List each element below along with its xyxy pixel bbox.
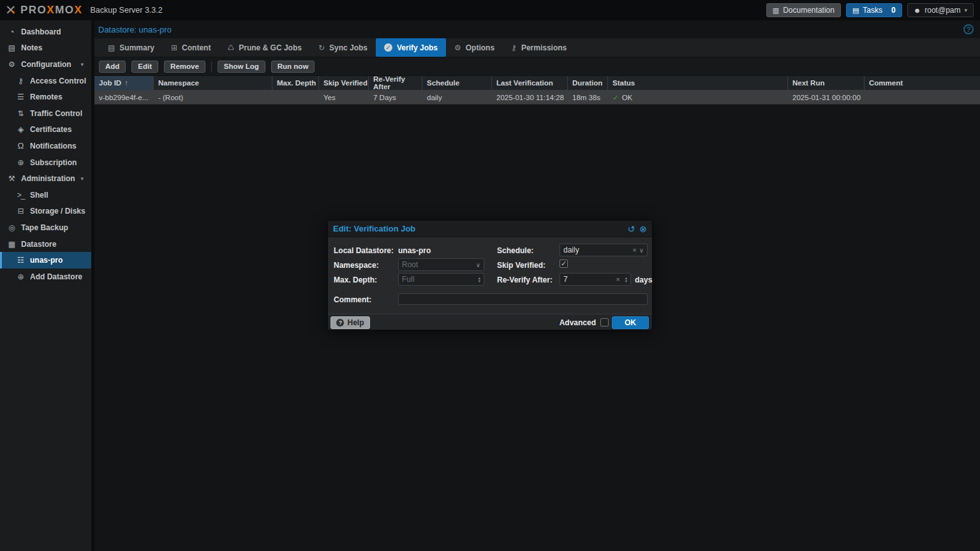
app-title: Backup Server 3.3.2 [90,6,162,15]
sidebar-item-unas-pro[interactable]: ☷unas-pro [0,252,91,268]
check-icon: ✓ [612,93,619,102]
sidebar-item-remotes[interactable]: ☰Remotes [0,89,91,105]
tasks-button[interactable]: ▤ Tasks 0 [846,3,902,17]
tab-options[interactable]: ⚙Options [446,38,503,57]
check-circle-icon: ✓ [384,43,392,52]
documentation-button[interactable]: ▥ Documentation [766,3,841,17]
comment-input[interactable] [398,293,648,305]
key-icon: ⚷ [15,77,26,85]
plus-circle-icon: ⊕ [15,272,26,281]
cell-max-depth [272,91,319,104]
column-header-duration[interactable]: Duration [568,76,608,90]
reset-icon[interactable]: ↺ [628,224,635,233]
cell-skip-verified: Yes [319,91,369,104]
schedule-combobox[interactable]: daily × ∨ [560,244,648,256]
cell-duration: 18m 38s [568,91,608,104]
tab-prune-gc-jobs[interactable]: ♺Prune & GC Jobs [219,38,309,57]
bell-icon: Ω [15,142,27,151]
sidebar-item-configuration[interactable]: ⚙Configuration▾ [0,56,91,73]
tab-sync-jobs[interactable]: ↻Sync Jobs [310,38,376,57]
tab-summary[interactable]: ▤Summary [100,38,163,57]
tab-verify-jobs[interactable]: ✓Verify Jobs [376,38,446,57]
sidebar-item-dashboard[interactable]: ◔Dashboard [0,24,91,40]
support-icon: ⊕ [15,158,26,167]
toolbar-separator [211,62,212,71]
chevron-down-icon[interactable]: ▾ [80,175,84,182]
chevron-down-icon: ▾ [964,7,967,13]
sidebar-item-notes[interactable]: ▤Notes [0,40,91,57]
sidebar-item-storage-disks[interactable]: ⊟Storage / Disks [0,203,91,220]
run-now-button[interactable]: Run now [271,61,315,73]
column-header-next-run[interactable]: Next Run [788,76,865,90]
column-header-schedule[interactable]: Schedule [422,76,492,90]
content-header: Datastore: unas-pro ? [94,20,980,38]
proxmox-logo-icon: ✕ ✕ [5,4,18,17]
help-icon[interactable]: ? [963,24,974,34]
clear-icon[interactable]: × [616,276,620,283]
sidebar-item-shell[interactable]: >_Shell [0,187,91,203]
column-header-reverify-after[interactable]: Re-Verify After [369,76,422,90]
traffic-chart-icon: ⇅ [15,109,26,118]
sidebar-item-traffic-control[interactable]: ⇅Traffic Control [0,105,91,122]
datastore-icon: ▦ [6,240,17,249]
max-depth-label: Max. Depth: [334,276,377,284]
column-header-max-depth[interactable]: Max. Depth [272,76,319,90]
tape-icon: ◎ [6,223,17,232]
tab-content[interactable]: ⊞Content [163,38,219,57]
user-menu-button[interactable]: ☻ root@pam ▾ [907,3,974,17]
notes-icon: ▤ [6,43,17,52]
namespace-combobox[interactable]: Root ∨ [398,258,484,271]
question-icon: ? [336,319,344,327]
tab-permissions[interactable]: ⚷Permissions [503,38,575,57]
edit-button[interactable]: Edit [131,61,158,73]
column-header-namespace[interactable]: Namespace [154,76,272,90]
schedule-label: Schedule: [497,246,533,255]
book-icon: ▤ [108,43,115,52]
sidebar-item-administration[interactable]: ⚒Administration▾ [0,170,91,187]
spinner-icons[interactable]: ▴▾ [479,276,480,283]
add-button[interactable]: Add [99,61,126,73]
table-row[interactable]: v-bb299e4f-e... - (Root) Yes 7 Days dail… [94,91,980,105]
sidebar-item-notifications[interactable]: ΩNotifications [0,138,91,154]
column-header-skip-verified[interactable]: Skip Verified [319,76,369,90]
logo-text: PROXMOX [20,4,82,17]
spinner-icons[interactable]: ▴▾ [625,276,627,283]
combo-caret-icon: ∨ [476,261,480,268]
column-header-comment[interactable]: Comment [865,76,980,90]
column-header-last-verification[interactable]: Last Verification [492,76,568,90]
combo-caret-icon[interactable]: ∨ [639,247,644,254]
close-icon[interactable]: ⊗ [639,224,647,233]
comment-label: Comment: [334,295,371,304]
skip-verified-checkbox[interactable]: ✓ [560,260,568,268]
help-button[interactable]: ? Help [330,316,370,329]
cell-comment [865,91,980,104]
sidebar-item-add-datastore[interactable]: ⊕Add Datastore [0,268,91,285]
reverify-after-spinner[interactable]: 7 × ▴▾ [560,273,631,286]
proxmox-logo: ✕ ✕ PROXMOX [5,4,82,17]
sidebar-item-datastore[interactable]: ▦Datastore [0,236,91,253]
remove-button[interactable]: Remove [164,61,205,73]
column-header-job-id[interactable]: Job ID↑ [94,76,154,90]
max-depth-spinner[interactable]: Full ▴▾ [398,273,484,286]
sort-asc-icon: ↑ [124,79,128,87]
dialog-header[interactable]: Edit: Verification Job ↺ ⊗ [328,221,652,237]
skip-verified-label: Skip Verified: [497,261,546,270]
sidebar-item-certificates[interactable]: ◈Certificates [0,122,91,138]
sidebar-nav: ◔Dashboard ▤Notes ⚙Configuration▾ ⚷Acces… [0,20,91,551]
show-log-button[interactable]: Show Log [218,61,265,73]
user-icon: ☻ [914,6,921,14]
sidebar-item-tape-backup[interactable]: ◎Tape Backup [0,219,91,236]
sidebar-item-access-control[interactable]: ⚷Access Control [0,73,91,89]
grid-toolbar: Add Edit Remove Show Log Run now [94,57,980,76]
gear-icon: ⚙ [454,43,461,52]
chevron-down-icon[interactable]: ▾ [80,61,84,68]
column-header-status[interactable]: Status [608,76,788,90]
sidebar-item-subscription[interactable]: ⊕Subscription [0,154,91,171]
trash-icon: ♺ [227,43,234,52]
server-icon: ☰ [15,92,26,101]
dialog-footer: ? Help Advanced OK [328,314,652,330]
edit-verification-job-dialog: Edit: Verification Job ↺ ⊗ Local Datasto… [327,220,653,330]
ok-button[interactable]: OK [612,316,649,329]
advanced-checkbox[interactable] [600,318,609,327]
clear-icon[interactable]: × [632,246,636,254]
